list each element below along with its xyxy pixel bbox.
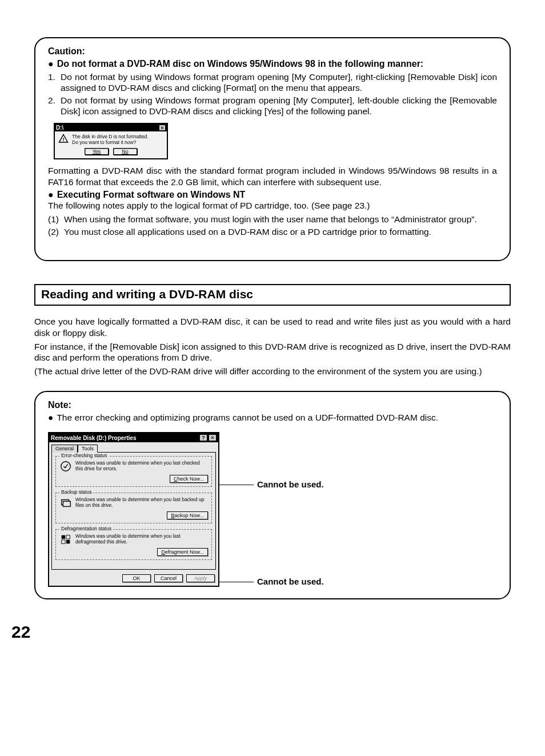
check-now-button[interactable]: Check Now...: [170, 475, 208, 483]
tab-tools[interactable]: Tools: [78, 445, 98, 453]
group-legend: Defragmentation status: [59, 526, 113, 531]
group-text: Windows was unable to determine when you…: [75, 497, 208, 508]
apply-button[interactable]: Apply: [186, 574, 215, 582]
bullet-dot: ●: [48, 190, 54, 200]
callout-text: Cannot be used.: [257, 479, 324, 489]
dialog-buttons: Yes No: [58, 148, 163, 155]
body-para: Once you have logically formatted a DVD-…: [34, 316, 511, 339]
section-title: Reading and writing a DVD-RAM disc: [34, 284, 511, 306]
svg-rect-7: [66, 540, 70, 543]
btn-rest: efragment Now...: [165, 549, 204, 555]
page-number: 22: [11, 622, 511, 642]
ok-button[interactable]: OK: [122, 574, 151, 582]
note-box: Note: ● The error checking and optimizin…: [34, 391, 511, 599]
dialog-body: ! The disk in drive D is not formatted. …: [55, 131, 167, 158]
properties-wrap: Removable Disk (D:) Properties ? × Gener…: [48, 432, 497, 587]
group-text: Windows was unable to determine when you…: [75, 533, 208, 545]
yes-label: Yes: [93, 149, 101, 154]
note-title: Note:: [48, 400, 497, 410]
bullet-dot: ●: [48, 413, 53, 423]
dialog-msg-line2: Do you want to format it now?: [72, 139, 149, 146]
dialog-title: D:\: [56, 125, 63, 131]
caution-paragraph: Formatting a DVD-RAM disc with the stand…: [48, 165, 497, 188]
item-text: Do not format by using Windows format pr…: [61, 71, 497, 94]
sub-bullet-text: Executing Format software on Windows NT: [57, 190, 246, 200]
sub-intro: The following notes apply to the logical…: [48, 200, 497, 211]
group-text: Windows was unable to determine when you…: [75, 460, 208, 471]
dialog-message: The disk in drive D is not formatted. Do…: [72, 134, 149, 146]
disk-check-icon: [59, 460, 72, 473]
item-text: When using the format software, you must…: [64, 214, 497, 225]
help-icon[interactable]: ?: [199, 434, 207, 441]
list-item: 2. Do not format by using Windows format…: [48, 95, 497, 117]
callout-line: [219, 582, 254, 582]
svg-point-1: [61, 462, 71, 471]
list-item: (2) You must close all applications used…: [48, 226, 497, 237]
bullet-dot: ●: [48, 59, 54, 69]
page: Caution: ● Do not format a DVD-RAM disc …: [0, 0, 545, 665]
backup-now-button[interactable]: Backup Now...: [167, 511, 208, 519]
note-bullet: ● The error checking and optimizing prog…: [48, 413, 497, 423]
error-check-group: Error-checking status Windows was unable…: [55, 456, 212, 487]
item-number: (2): [48, 226, 64, 237]
close-icon[interactable]: ×: [159, 125, 166, 131]
item-number: (1): [48, 214, 64, 225]
body-para: (The actual drive letter of the DVD-RAM …: [34, 366, 511, 377]
list-item: (1) When using the format software, you …: [48, 214, 497, 225]
svg-text:!: !: [63, 136, 65, 142]
svg-rect-4: [62, 535, 65, 539]
caution-bullet: ● Do not format a DVD-RAM disc on Window…: [48, 59, 497, 69]
caution-bullet-text: Do not format a DVD-RAM disc on Windows …: [57, 59, 424, 69]
tab-general[interactable]: General: [51, 445, 78, 453]
svg-rect-6: [62, 540, 65, 543]
defrag-group: Defragmentation status Windows was unabl…: [55, 529, 212, 560]
group-legend: Error-checking status: [59, 453, 109, 458]
dialog-button-row: OK Cancel Apply: [49, 572, 218, 586]
close-icon[interactable]: ×: [209, 434, 217, 441]
sub-bullet: ● Executing Format software on Windows N…: [48, 190, 497, 200]
list-item: 1. Do not format by using Windows format…: [48, 71, 497, 94]
btn-rest: heck Now...: [177, 476, 204, 482]
caution-box: Caution: ● Do not format a DVD-RAM disc …: [34, 37, 511, 261]
dialog-msg-line1: The disk in drive D is not formatted.: [72, 134, 149, 140]
item-number: 2.: [48, 95, 61, 117]
svg-rect-3: [63, 501, 70, 506]
defrag-icon: [59, 533, 72, 546]
item-number: 1.: [48, 71, 61, 94]
item-text: You must close all applications used on …: [64, 226, 497, 237]
body-para: For instance, if the [Removable Disk] ic…: [34, 341, 511, 364]
warning-icon: !: [58, 134, 69, 144]
no-button[interactable]: No: [113, 148, 137, 155]
caution-list: 1. Do not format by using Windows format…: [48, 71, 497, 117]
backup-group: Backup status Windows was unable to dete…: [55, 493, 212, 523]
callout-text: Cannot be used.: [257, 577, 324, 586]
titlebar-icons: ? ×: [199, 434, 217, 441]
cancel-button[interactable]: Cancel: [154, 574, 183, 582]
backup-icon: [59, 497, 72, 509]
no-label: No: [122, 149, 129, 154]
properties-titlebar: Removable Disk (D:) Properties ? ×: [49, 433, 218, 442]
caution-title: Caution:: [48, 46, 497, 57]
properties-title-text: Removable Disk (D:) Properties: [51, 435, 137, 441]
tabs: General Tools: [49, 442, 218, 452]
svg-rect-5: [66, 535, 70, 539]
callout-line: [219, 485, 254, 485]
yes-button[interactable]: Yes: [85, 148, 109, 155]
sub-list: (1) When using the format software, you …: [48, 214, 497, 237]
dialog-row: ! The disk in drive D is not formatted. …: [58, 134, 163, 146]
item-text: Do not format by using Windows format pr…: [61, 95, 497, 117]
btn-rest: ackup Now...: [174, 513, 204, 518]
dialog-titlebar: D:\ ×: [55, 124, 167, 131]
note-bullet-text: The error checking and optimizing progra…: [57, 413, 438, 423]
tab-body: Error-checking status Windows was unable…: [51, 452, 216, 570]
group-legend: Backup status: [59, 489, 93, 495]
defragment-now-button[interactable]: Defragment Now...: [157, 548, 208, 556]
format-dialog: D:\ × ! The disk in drive D is not forma…: [54, 123, 168, 159]
properties-dialog: Removable Disk (D:) Properties ? × Gener…: [48, 432, 219, 587]
